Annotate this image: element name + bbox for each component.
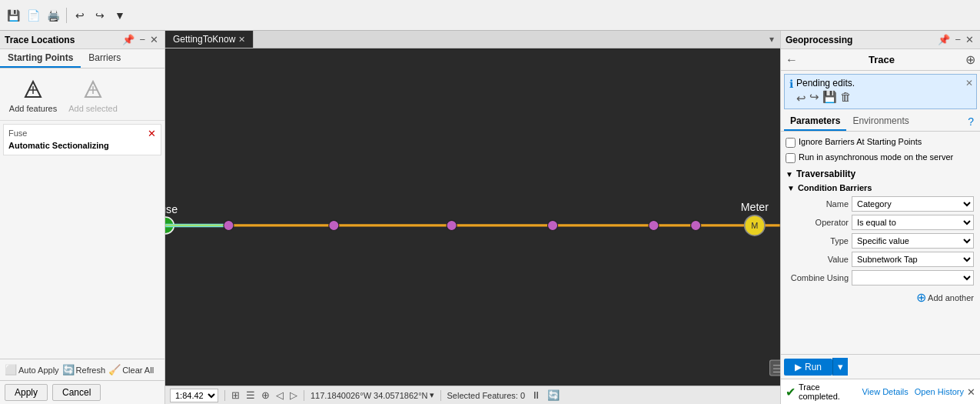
- open-history-link[interactable]: Open History: [915, 387, 964, 396]
- run-dropdown-button[interactable]: ▾: [832, 358, 848, 376]
- svg-rect-21: [770, 360, 780, 376]
- gp-close-icon[interactable]: ✕: [964, 34, 975, 45]
- clear-all-button[interactable]: 🧹 Clear All: [108, 364, 154, 376]
- ignore-barriers-label: Ignore Barriers At Starting Points: [799, 137, 922, 146]
- svg-text:Fuse: Fuse: [165, 203, 178, 215]
- svg-text:Meter: Meter: [741, 201, 769, 213]
- gp-undo-icon[interactable]: ↩: [796, 92, 806, 105]
- async-mode-checkbox[interactable]: [786, 153, 796, 163]
- scale-selector[interactable]: 1:84.42: [170, 389, 218, 402]
- field-select-operator[interactable]: Is equal to: [852, 215, 974, 230]
- refresh-label: Refresh: [76, 366, 106, 375]
- geoprocessing-panel: Geoprocessing 📌 − ✕ ← Trace ⊕ ℹ Pending …: [780, 31, 980, 404]
- pin-icon[interactable]: 📌: [121, 34, 136, 45]
- gp-tabs: Parameters Environments ?: [781, 112, 980, 132]
- add-another-button[interactable]: ⊕ Add another: [916, 290, 974, 305]
- trace-locations-panel: Trace Locations 📌 − ✕ Starting Points Ba…: [0, 31, 165, 404]
- field-row-combine: Combine Using: [784, 269, 977, 287]
- gp-pin-icon[interactable]: 📌: [936, 34, 952, 45]
- tab-starting-points[interactable]: Starting Points: [0, 49, 81, 68]
- field-label-value: Value: [787, 255, 849, 264]
- gp-save-icon[interactable]: 💾: [822, 90, 837, 105]
- item-type: Fuse: [8, 128, 109, 139]
- auto-apply-toggle[interactable]: ⬜ Auto Apply: [5, 364, 59, 376]
- gp-header-icons: 📌 − ✕: [936, 34, 975, 45]
- close-icon[interactable]: ✕: [148, 34, 160, 45]
- redo-icon[interactable]: ↪: [91, 7, 108, 24]
- gp-minimize-icon[interactable]: −: [953, 34, 962, 45]
- add-selected-icon: [78, 75, 108, 104]
- minimize-icon[interactable]: −: [138, 34, 147, 45]
- field-row-name: Name Category: [784, 195, 977, 213]
- map-tab-dropdown-icon[interactable]: ▾: [763, 34, 780, 45]
- nav-right-icon[interactable]: ▷: [290, 389, 297, 401]
- gp-discard-icon[interactable]: 🗑: [840, 90, 852, 105]
- gp-run-row: ▶ Run ▾: [781, 354, 980, 379]
- pause-icon[interactable]: ⏸: [531, 389, 541, 401]
- checkbox-row-async: Run in asynchronous mode on the server: [784, 150, 977, 165]
- map-tab-gettingtoknow[interactable]: GettingToKnow ✕: [165, 31, 254, 48]
- svg-point-16: [691, 220, 701, 230]
- condition-barriers-subsection: ▼ Condition Barriers: [784, 181, 977, 195]
- field-label-type: Type: [787, 236, 849, 245]
- apply-button[interactable]: Apply: [5, 384, 48, 401]
- coordinates-text: 117.1840026°W 34.0571862°N: [311, 391, 428, 400]
- refresh-icon: 🔄: [62, 364, 75, 376]
- tab-barriers[interactable]: Barriers: [81, 49, 128, 68]
- grid-icon[interactable]: ⊞: [231, 389, 240, 401]
- run-button[interactable]: ▶ Run: [784, 359, 832, 376]
- field-select-type[interactable]: Specific value: [852, 233, 974, 249]
- cancel-button[interactable]: Cancel: [52, 384, 101, 401]
- table-icon[interactable]: ☰: [246, 389, 255, 401]
- map-bottom-bar: 1:84.42 ⊞ ☰ ⊕ ◁ ▷ 117.1840026°W 34.05718…: [165, 386, 780, 404]
- gp-alert-close-icon[interactable]: ✕: [965, 78, 973, 88]
- condition-barriers-arrow-icon[interactable]: ▼: [787, 184, 795, 192]
- panel-title: Trace Locations: [5, 35, 121, 45]
- select-icon[interactable]: ⊕: [261, 389, 270, 401]
- nav-left-icon[interactable]: ◁: [276, 389, 284, 401]
- map-svg: M Fuse Meter: [165, 48, 780, 386]
- field-select-value[interactable]: Subnetwork Tap: [852, 252, 974, 267]
- save-icon[interactable]: 💾: [5, 7, 22, 24]
- gp-tab-parameters[interactable]: Parameters: [784, 112, 846, 131]
- gp-tab-environments[interactable]: Environments: [846, 112, 915, 131]
- svg-point-12: [329, 220, 339, 230]
- add-another-row: ⊕ Add another: [784, 287, 977, 308]
- gp-alert-actions: ↩ ↪ 💾 🗑: [796, 90, 972, 105]
- field-select-name[interactable]: Category: [852, 196, 974, 212]
- add-selected-button[interactable]: Add selected: [66, 75, 120, 114]
- print-icon[interactable]: 🖨️: [45, 7, 61, 24]
- ignore-barriers-checkbox[interactable]: [786, 138, 796, 148]
- add-selected-label: Add selected: [68, 104, 118, 114]
- refresh-map-icon[interactable]: 🔄: [547, 389, 560, 401]
- add-features-button[interactable]: Add features: [6, 75, 60, 114]
- list-item-close-icon[interactable]: ✕: [148, 128, 156, 139]
- gp-back-icon[interactable]: ←: [786, 53, 798, 67]
- field-label-combine: Combine Using: [787, 273, 849, 282]
- dropdown-icon[interactable]: ▼: [111, 7, 128, 24]
- gp-nav: ← Trace ⊕: [781, 49, 980, 71]
- refresh-button[interactable]: 🔄 Refresh: [62, 364, 106, 376]
- clear-all-icon: 🧹: [108, 364, 121, 376]
- svg-point-11: [224, 220, 234, 230]
- gp-add-icon[interactable]: ⊕: [965, 52, 975, 67]
- map-tab-bar: GettingToKnow ✕ ▾: [165, 31, 780, 48]
- gp-status-close-icon[interactable]: ✕: [967, 386, 975, 398]
- traversability-arrow-icon: ▼: [786, 170, 793, 179]
- svg-point-13: [447, 220, 457, 230]
- auto-apply-label: Auto Apply: [18, 366, 59, 375]
- bottom-btn-row: Apply Cancel: [0, 380, 164, 404]
- coords-dropdown-icon: ▾: [430, 390, 434, 400]
- gp-help-icon[interactable]: ?: [965, 112, 977, 131]
- map-canvas[interactable]: M Fuse Meter: [165, 48, 780, 386]
- coordinates-display[interactable]: 117.1840026°W 34.0571862°N ▾: [311, 390, 434, 400]
- gp-nav-title: Trace: [801, 54, 962, 65]
- new-icon[interactable]: 📄: [25, 7, 42, 24]
- field-select-combine[interactable]: [852, 270, 974, 285]
- traversability-section[interactable]: ▼ Traversability: [784, 165, 977, 181]
- undo-icon[interactable]: ↩: [71, 7, 88, 24]
- map-tab-close-icon[interactable]: ✕: [238, 35, 245, 45]
- async-mode-label: Run in asynchronous mode on the server: [799, 152, 953, 162]
- view-details-link[interactable]: View Details: [862, 387, 908, 396]
- gp-redo-icon[interactable]: ↪: [809, 90, 819, 105]
